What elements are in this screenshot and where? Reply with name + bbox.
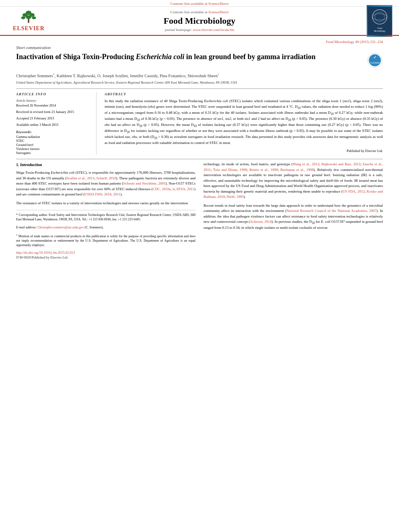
ref-scheutz[interactable]: Scheutz and Stockbine, 2005: [123, 181, 165, 185]
ref-usfda[interactable]: US FDA, 2012: [343, 189, 365, 193]
journal-homepage: journal homepage: www.elsevier.com/locat…: [164, 28, 236, 32]
keyword-2: STEC: [16, 139, 91, 143]
ref-efsa[interactable]: EFSA, 2011: [177, 187, 194, 191]
sciencedirect-line: Contents lists available at ScienceDirec…: [164, 10, 236, 14]
title-row: Inactivation of Shiga Toxin-Producing Es…: [16, 52, 383, 69]
elsevier-tree-icon: [19, 9, 39, 25]
ref-rajkowski[interactable]: Rajkowski and Bari, 2012: [321, 162, 360, 166]
ref-wang[interactable]: Wang et al., 2012: [293, 162, 319, 166]
keyword-4: Virulence factors: [16, 147, 91, 151]
ref-usda[interactable]: USDA FSIS, 2014, 2011: [84, 192, 120, 196]
doi-link[interactable]: http://dx.doi.org/10.1016/j.fm.2015.02.0…: [16, 251, 75, 255]
issue-info: Food Microbiology 49 (2015) 231–234: [16, 40, 383, 44]
article-container: Food Microbiology 49 (2015) 231–234 Shor…: [0, 36, 399, 264]
received-date: Received 26 November 2014: [16, 103, 91, 107]
left-col: 1. Introduction Shiga Toxin-Producing Es…: [16, 162, 195, 260]
intro-section-title: 1. Introduction: [16, 162, 195, 168]
footnote-1: 1 Mention of trade names or commercial p…: [16, 233, 195, 247]
abstract-text: In this study the radiation resistance o…: [105, 99, 383, 146]
homepage-label: journal homepage:: [165, 28, 192, 32]
title-italic: Escherichia coli: [136, 53, 185, 61]
email-link[interactable]: Christopher.sommers@ars.usda.gov: [37, 226, 84, 229]
journal-center-block: Contents lists available at ScienceDirec…: [164, 10, 236, 32]
issn-line: 0740-0020/Published by Elsevier Ltd.: [16, 255, 195, 260]
homepage-link[interactable]: www.elsevier.com/locate/fm: [193, 28, 234, 32]
accepted-date: Accepted 21 February 2015: [16, 116, 91, 120]
abstract-col: Abstract In this study the radiation res…: [105, 92, 383, 155]
title-part1: Inactivation of Shiga Toxin-Producing: [16, 53, 136, 61]
sciencedirect-link-header[interactable]: ScienceDirect: [208, 10, 228, 14]
section-num: 1.: [16, 162, 20, 167]
article-info-title: Article info: [16, 92, 91, 96]
doi-line: http://dx.doi.org/10.1016/j.fm.2015.02.0…: [16, 251, 195, 255]
ref-nrc[interactable]: National Research Council of the Nationa…: [286, 209, 376, 213]
journal-header: ELSEVIER Contents lists available at Sci…: [0, 7, 399, 36]
authors: Christopher Sommers*, Kathleen T. Rajkow…: [16, 72, 383, 79]
ref-cdc[interactable]: CDC, 2010a, b: [152, 187, 174, 191]
right-para2: Recent trends in food safety lean toward…: [204, 203, 383, 231]
revised-date: Received in revised form 23 January 2015: [16, 110, 91, 114]
ref-tosa[interactable]: Tosa and Hirata, 1999: [213, 168, 247, 172]
sciencedirect-link[interactable]: ScienceDirect: [208, 2, 228, 6]
history-label: Article history:: [16, 99, 91, 103]
svg-rect-6: [28, 18, 30, 23]
svg-text:Food: Food: [377, 27, 382, 29]
info-abstract-row: Article info Article history: Received 2…: [16, 92, 383, 155]
contents-text: Contents lists available at: [171, 2, 208, 6]
ref-scallan[interactable]: Scallan et al., 2011: [67, 176, 95, 180]
footnote-corresponding: * Corresponding author. Food Safety and …: [16, 213, 195, 222]
footnote-email: E-mail address: Christopher.sommers@ars.…: [16, 225, 195, 230]
ref-acheson[interactable]: Acheson, 2014: [250, 220, 271, 224]
crossmark-icon: ✓ CrossMark: [367, 52, 383, 68]
keyword-5: Surrogates: [16, 151, 91, 155]
section-label: Introduction: [20, 162, 42, 167]
title-part2: in lean ground beef by gamma irradiation: [184, 53, 315, 61]
footnote-area: * Corresponding author. Food Safety and …: [16, 210, 195, 260]
author-sup: 1: [218, 73, 219, 76]
body-content: 1. Introduction Shiga Toxin-Producing Es…: [16, 159, 383, 260]
journal-title: Food Microbiology: [164, 16, 236, 26]
keywords-label: Keywords:: [16, 130, 91, 134]
article-title: Inactivation of Shiga Toxin-Producing Es…: [16, 52, 367, 62]
svg-point-5: [32, 16, 36, 19]
ref-buchanan[interactable]: Buchanan et al., 1998: [280, 168, 314, 172]
intro-para1: Shiga Toxin-Producing Escherichia coli (…: [16, 170, 195, 197]
published-by: Published by Elsevier Ltd.: [105, 149, 383, 153]
top-bar: Contents lists available at ScienceDirec…: [0, 0, 399, 7]
article-type: Short communication: [16, 45, 383, 50]
svg-text:Microbiology: Microbiology: [374, 30, 385, 32]
intro-para2: The resistance of STEC isolates to a var…: [16, 201, 195, 206]
ref-diehl[interactable]: Diehl, 1995: [226, 195, 244, 199]
svg-point-3: [21, 16, 26, 19]
right-col: technology, its mode of action, food mat…: [204, 162, 383, 260]
crossmark: ✓ CrossMark: [367, 52, 383, 69]
ref-scharff[interactable]: Scharff, 2010: [96, 176, 116, 180]
svg-text:CrossMark: CrossMark: [370, 62, 380, 64]
online-date: Available online 3 March 2015: [16, 123, 91, 127]
right-para1: technology, its mode of action, food mat…: [204, 162, 383, 200]
svg-text:✓: ✓: [373, 55, 376, 60]
elsevier-wordmark: ELSEVIER: [13, 25, 45, 32]
divider-1: [16, 88, 383, 89]
affiliation: United States Department of Agriculture,…: [16, 80, 383, 85]
article-info-col: Article info Article history: Received 2…: [16, 92, 97, 155]
svg-point-4: [26, 15, 31, 19]
journal-cover-image: Food Microbiology: [366, 5, 393, 37]
cover-image-svg: Food Microbiology: [368, 7, 392, 35]
elsevier-logo: ELSEVIER: [6, 6, 51, 36]
ref-benito[interactable]: Benito et al., 1999: [249, 168, 278, 172]
abstract-title: Abstract: [105, 92, 383, 96]
keyword-1: Gamma radiation: [16, 135, 91, 139]
keyword-3: Ground beef: [16, 143, 91, 147]
